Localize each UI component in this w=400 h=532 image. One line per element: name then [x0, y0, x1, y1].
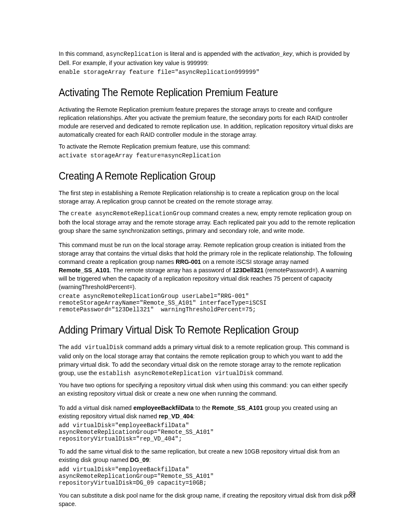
intro-paragraph: In this command, asyncReplication is lit…	[59, 50, 356, 67]
para-add-new: To add the same virtual disk to the same…	[59, 447, 356, 464]
page-number: 89	[349, 490, 356, 497]
code-add-new: add virtualDisk="employeeBackfilData" as…	[59, 466, 356, 486]
para-create-cmd: The create asyncRemoteReplicationGroup c…	[59, 209, 356, 235]
para-activating-desc: Activating the Remote Replication premiu…	[59, 105, 356, 139]
code-create-group: create asyncRemoteReplicationGroup userL…	[59, 293, 356, 313]
code-enable-feature: enable storageArray feature file="asyncR…	[59, 69, 356, 76]
para-substitute: You can substitute a disk pool name for …	[59, 491, 356, 508]
code-activate: activate storageArray feature=asyncRepli…	[59, 152, 356, 159]
para-options: You have two options for specifying a re…	[59, 381, 356, 398]
para-activate-cmd-intro: To activate the Remote Replication premi…	[59, 142, 356, 151]
para-local-array: This command must be run on the local st…	[59, 241, 356, 291]
heading-adding-disk: Adding Primary Virtual Disk To Remote Re…	[59, 324, 332, 336]
heading-creating-group: Creating A Remote Replication Group	[59, 170, 332, 182]
para-add-existing: To add a virtual disk named employeeBack…	[59, 404, 356, 420]
para-first-step: The first step in establishing a Remote …	[59, 189, 356, 206]
code-add-existing: add virtualDisk="employeeBackfilData" as…	[59, 422, 356, 442]
heading-activating: Activating The Remote Replication Premiu…	[59, 86, 332, 99]
para-add-desc: The add virtualDisk command adds a prima…	[59, 343, 356, 378]
